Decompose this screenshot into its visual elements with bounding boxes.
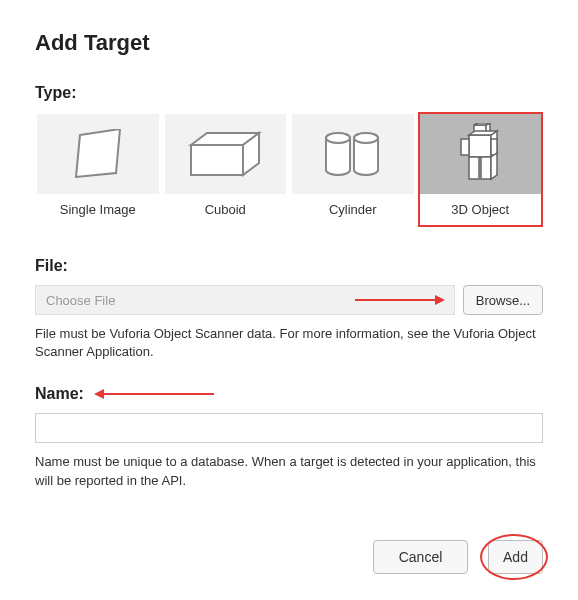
type-grid: Single Image Cuboid — [35, 112, 543, 227]
type-option-label: Cuboid — [205, 202, 246, 217]
type-option-cylinder[interactable]: Cylinder — [290, 112, 416, 227]
svg-marker-18 — [491, 153, 497, 179]
type-option-3d-object[interactable]: 3D Object — [418, 112, 544, 227]
svg-point-7 — [354, 133, 378, 143]
svg-rect-15 — [491, 139, 497, 155]
svg-marker-10 — [474, 123, 490, 125]
svg-marker-13 — [469, 131, 497, 135]
file-path-input[interactable]: Choose File — [35, 285, 455, 315]
add-button[interactable]: Add — [488, 540, 543, 574]
cancel-button[interactable]: Cancel — [373, 540, 468, 574]
type-label: Type: — [35, 84, 543, 102]
svg-rect-16 — [469, 157, 479, 179]
type-option-label: Cylinder — [329, 202, 377, 217]
name-input[interactable] — [35, 413, 543, 443]
browse-button[interactable]: Browse... — [463, 285, 543, 315]
cylinder-icon — [324, 130, 382, 178]
single-image-icon — [70, 129, 126, 179]
svg-rect-14 — [461, 139, 469, 155]
svg-marker-1 — [191, 145, 243, 175]
cuboid-icon — [187, 131, 263, 177]
file-help-text: File must be Vuforia Object Scanner data… — [35, 325, 543, 361]
annotation-arrow-icon — [94, 389, 214, 399]
dialog-title: Add Target — [35, 30, 543, 56]
type-option-label: Single Image — [60, 202, 136, 217]
file-placeholder-text: Choose File — [46, 293, 115, 308]
svg-rect-17 — [481, 157, 491, 179]
dialog-footer: Cancel Add — [35, 540, 543, 574]
type-option-cuboid[interactable]: Cuboid — [163, 112, 289, 227]
svg-point-5 — [326, 133, 350, 143]
3d-object-icon — [459, 123, 501, 185]
name-help-text: Name must be unique to a database. When … — [35, 453, 543, 489]
type-option-label: 3D Object — [451, 202, 509, 217]
file-label: File: — [35, 257, 543, 275]
svg-marker-0 — [76, 129, 120, 177]
type-option-single-image[interactable]: Single Image — [35, 112, 161, 227]
name-label: Name: — [35, 385, 84, 403]
svg-rect-11 — [469, 135, 491, 157]
